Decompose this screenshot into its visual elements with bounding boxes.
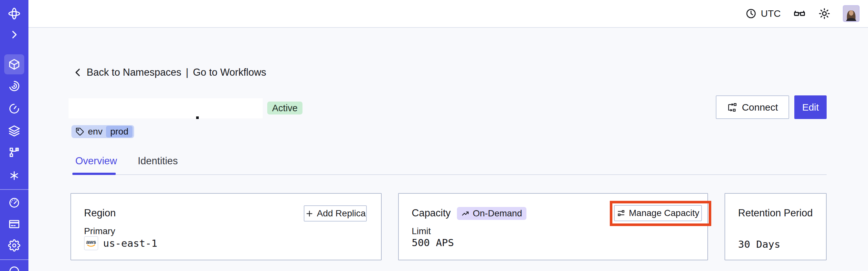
clock-icon <box>745 8 757 20</box>
aws-logo: aws <box>84 236 98 250</box>
tag-key: env <box>88 126 102 137</box>
asterisk-icon <box>8 170 20 182</box>
sidebar-item-timer[interactable] <box>0 102 28 115</box>
temporal-logo-icon[interactable] <box>0 6 28 21</box>
go-to-workflows-link[interactable]: Go to Workflows <box>193 67 266 78</box>
circle-partial-icon <box>8 265 20 271</box>
timer-icon <box>8 102 20 115</box>
add-replica-button[interactable]: Add Replica <box>304 205 367 221</box>
sidebar-item-billing[interactable] <box>0 218 28 230</box>
connect-button[interactable]: Connect <box>716 95 789 119</box>
breadcrumb: Back to Namespaces | Go to Workflows <box>72 65 266 80</box>
namespace-detail-page: UTC <box>0 0 868 271</box>
redaction-artifact-dot <box>196 116 199 119</box>
ondemand-badge: On-Demand <box>457 207 526 220</box>
sliders-icon <box>617 209 626 218</box>
cube-icon <box>8 58 20 70</box>
namespace-title-redacted <box>68 98 263 118</box>
retention-value: 30 Days <box>738 238 780 250</box>
sidebar-divider <box>0 259 28 260</box>
sidebar-expand-chevron-icon[interactable] <box>0 29 28 40</box>
trending-up-icon <box>461 209 470 218</box>
region-card-title: Region <box>84 207 116 219</box>
timezone-selector[interactable]: UTC <box>745 8 781 20</box>
tag-icon <box>75 127 84 136</box>
gauge-icon <box>8 197 20 209</box>
sidebar <box>0 0 28 271</box>
capacity-card: Capacity On-Demand Manage Capacity Limit… <box>398 193 708 260</box>
tab-identities[interactable]: Identities <box>138 155 178 167</box>
gear-icon <box>8 239 20 251</box>
layers-icon <box>8 124 20 137</box>
tab-bar: Overview Identities <box>75 155 178 167</box>
glasses-icon <box>793 7 806 20</box>
active-tab-underline <box>72 173 116 175</box>
region-card: Region Add Replica Primary aws us-east-1 <box>70 193 382 260</box>
namespace-tag: env prod <box>71 125 134 138</box>
back-to-namespaces-link[interactable]: Back to Namespaces <box>72 67 181 78</box>
retention-card-title: Retention Period <box>738 207 813 219</box>
capacity-field-label: Limit <box>412 226 431 236</box>
labs-toggle[interactable] <box>793 7 806 20</box>
sidebar-item-support[interactable] <box>0 265 28 271</box>
tab-bar-divider <box>72 174 827 175</box>
sidebar-divider <box>0 189 28 190</box>
sidebar-item-nexus[interactable] <box>0 170 28 182</box>
timezone-label: UTC <box>761 8 781 19</box>
plus-icon <box>305 209 314 218</box>
sidebar-item-layers[interactable] <box>0 124 28 137</box>
credit-card-icon <box>8 218 20 230</box>
tag-value: prod <box>106 126 132 138</box>
chevron-left-icon <box>72 67 83 78</box>
branch-icon <box>8 146 20 158</box>
theme-toggle[interactable] <box>818 7 831 20</box>
manage-capacity-button[interactable]: Manage Capacity <box>614 205 702 221</box>
sidebar-item-settings[interactable] <box>0 239 28 251</box>
capacity-value: 500 APS <box>412 237 454 248</box>
sidebar-item-namespaces[interactable] <box>0 58 28 70</box>
sun-icon <box>818 7 831 20</box>
svg-text:aws: aws <box>86 239 96 245</box>
edit-button[interactable]: Edit <box>794 95 827 119</box>
connect-icon <box>727 102 738 113</box>
breadcrumb-separator: | <box>186 67 188 78</box>
status-badge: Active <box>267 101 303 115</box>
spiral-icon <box>8 80 20 92</box>
user-avatar[interactable] <box>843 5 860 22</box>
sidebar-item-branch[interactable] <box>0 146 28 158</box>
capacity-card-title: Capacity <box>412 207 451 219</box>
sidebar-item-usage[interactable] <box>0 197 28 209</box>
sidebar-item-spiral[interactable] <box>0 80 28 92</box>
tab-overview[interactable]: Overview <box>75 155 117 167</box>
region-field-label: Primary <box>84 226 115 236</box>
retention-card: Retention Period 30 Days <box>724 193 827 260</box>
topbar: UTC <box>28 0 868 28</box>
region-value: us-east-1 <box>103 237 157 249</box>
